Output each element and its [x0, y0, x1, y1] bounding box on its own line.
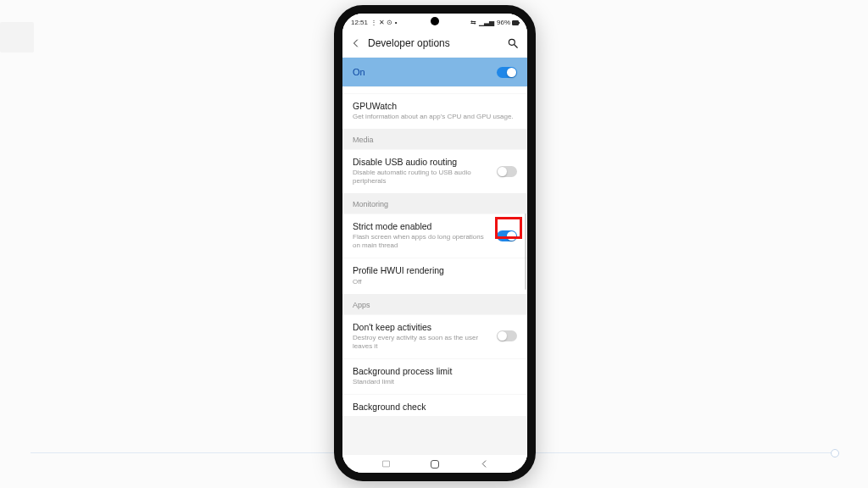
toggle-strict-mode[interactable] [497, 230, 517, 241]
list-cutoff-top [342, 86, 527, 93]
row-disable-usb-audio[interactable]: Disable USB audio routing Disable automa… [342, 149, 527, 193]
page-title: Developer options [368, 37, 500, 49]
nav-back-icon[interactable] [478, 458, 490, 470]
row-background-check[interactable]: Background check [342, 394, 527, 416]
app-header: Developer options [342, 29, 527, 58]
back-icon[interactable] [351, 38, 361, 48]
status-time: 12:51 [351, 19, 368, 26]
toggle-dont-keep-activities[interactable] [497, 330, 517, 341]
row-title: Strict mode enabled [353, 221, 490, 232]
section-header-monitoring: Monitoring [342, 193, 527, 214]
nav-recents-icon[interactable] [380, 458, 392, 470]
row-subtitle: Off [353, 278, 517, 286]
row-gpuwatch[interactable]: GPUWatch Get information about an app's … [342, 93, 527, 129]
status-signal-icon: ▁▃▅ [479, 19, 494, 26]
phone-frame: 12:51 ⋮ ✕ ⊙ • ⇆ ▁▃▅ 96% Developer option… [334, 5, 536, 481]
status-battery: 96% [497, 19, 519, 26]
svg-point-0 [509, 39, 515, 45]
svg-line-1 [515, 44, 518, 47]
row-subtitle: Destroy every activity as soon as the us… [353, 334, 490, 351]
scrollbar-thumb[interactable] [525, 214, 526, 290]
nav-home-icon[interactable] [429, 458, 441, 470]
row-profile-hwui[interactable]: Profile HWUI rendering Off [342, 258, 527, 293]
row-title: Background process limit [353, 366, 517, 377]
row-background-process-limit[interactable]: Background process limit Standard limit [342, 358, 527, 394]
status-left-icons: ⋮ ✕ ⊙ • [370, 19, 397, 26]
row-title: Profile HWUI rendering [353, 265, 517, 276]
search-icon[interactable] [507, 37, 519, 49]
row-dont-keep-activities[interactable]: Don't keep activities Destroy every acti… [342, 314, 527, 358]
row-title: GPUWatch [353, 101, 517, 112]
section-header-apps: Apps [342, 294, 527, 314]
row-strict-mode[interactable]: Strict mode enabled Flash screen when ap… [342, 214, 527, 258]
status-data-icon: ⇆ [470, 19, 476, 26]
toggle-disable-usb-audio[interactable] [497, 166, 517, 177]
row-subtitle: Get information about an app's CPU and G… [353, 113, 517, 121]
row-subtitle: Disable automatic routing to USB audio p… [353, 169, 490, 186]
battery-icon [512, 20, 519, 25]
master-toggle-label: On [353, 67, 365, 77]
screen: 12:51 ⋮ ✕ ⊙ • ⇆ ▁▃▅ 96% Developer option… [342, 14, 527, 473]
master-toggle-banner[interactable]: On [342, 58, 527, 86]
row-title: Disable USB audio routing [353, 157, 490, 168]
page-decorative-box [0, 22, 34, 53]
row-subtitle: Flash screen when apps do long operation… [353, 233, 490, 250]
row-title: Don't keep activities [353, 322, 490, 333]
row-title: Background check [353, 402, 517, 413]
settings-list[interactable]: GPUWatch Get information about an app's … [342, 86, 527, 454]
phone-camera-dot [431, 17, 439, 25]
status-battery-pct: 96% [497, 19, 510, 26]
section-header-media: Media [342, 129, 527, 149]
system-nav-bar [342, 454, 527, 473]
row-subtitle: Standard limit [353, 378, 517, 386]
master-toggle-switch[interactable] [497, 67, 517, 78]
